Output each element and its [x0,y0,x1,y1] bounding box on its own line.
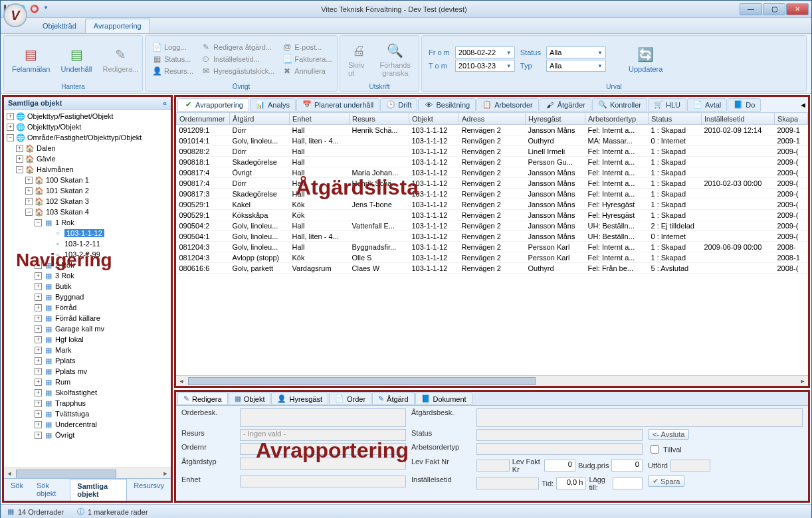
table-row[interactable]: 090817:4DörrHallHenrik Schä...103-1-1-12… [177,178,808,189]
view-tab-hlu[interactable]: 🛒HLU [648,98,686,112]
expand-icon[interactable]: + [35,304,42,311]
view-tab-planerat underhåll[interactable]: 📅Planerat underhåll [296,98,379,112]
tree-item[interactable]: +▦Tvättstuga [35,408,169,419]
dropdown-icon[interactable]: ▼ [43,5,49,13]
budgpris-input[interactable]: 0 [611,460,643,472]
detail-tab-redigera[interactable]: ✎Redigera [177,392,228,405]
view-tab-arbetsorder[interactable]: 📋Arbetsorder [476,98,538,112]
tree-item[interactable]: +▦Hgf lokal [35,334,169,345]
tree-item[interactable]: +▦Pplats mv [35,366,169,377]
status-select-detail[interactable] [476,429,643,441]
tree-item[interactable]: −▦1 Rok [35,217,169,228]
utford-input[interactable] [670,460,710,472]
grid-scrollbar[interactable]: ◄► [176,375,808,386]
expand-icon[interactable]: + [35,410,42,418]
tree-item[interactable]: +🌐Objekttyp/Fastighet/Objekt [7,111,169,122]
column-header[interactable]: Ordernummer [177,113,230,125]
tree-item[interactable]: +▦3 Rok [35,270,169,281]
table-row[interactable]: 080616:6Golv, parkettVardagsrumClaes W10… [177,263,808,274]
tree-item[interactable]: −🌐Område/Fastighet/Objekttyp/Objekt [7,132,169,143]
redigera-atgard-button[interactable]: ✎Redigera åtgärd... [199,42,277,52]
detail-tab-hyresgäst[interactable]: 👤Hyresgäst [271,392,328,405]
tabs-scroll-left[interactable]: ◄ [799,101,807,109]
column-header[interactable]: Inställelsetid [702,113,775,125]
view-tab-avtal[interactable]: 📄Avtal [687,98,727,112]
menu-tab-objektträd[interactable]: Objektträd [34,19,85,33]
expand-icon[interactable]: + [35,379,42,386]
table-row[interactable]: 090817:4ÖvrigtHallMaria Johan...103-1-1-… [177,167,808,178]
tree-item[interactable]: −🏠103 Skatan 4 [25,207,169,217]
object-tree[interactable]: +🌐Objekttyp/Fastighet/Objekt+🌐Objekttyp/… [4,110,171,468]
table-row[interactable]: 090818:1SkadegörelseHall103-1-1-12Renväg… [177,157,808,167]
installsetid-button[interactable]: ⏲Inställelsetid... [199,54,277,64]
collapse-icon[interactable]: − [25,209,33,216]
column-header[interactable]: Resurs [350,113,409,125]
tree-item[interactable]: +▦Garage kall mv [35,323,169,334]
tree-item[interactable]: +▦Byggnad [35,292,169,302]
tree-scrollbar[interactable]: ◄► [4,468,171,478]
expand-icon[interactable]: + [35,368,42,375]
expand-icon[interactable]: + [25,187,33,195]
underhall-button[interactable]: ▤Underhåll [56,44,96,74]
view-tab-do[interactable]: 📘Do [728,98,761,112]
tree-item[interactable]: +🏠102 Skatan 3 [25,196,169,207]
nav-tab[interactable]: Sök [4,479,30,501]
table-row[interactable]: 090529:1KakelKökJens T-bone103-1-1-12Ren… [177,199,808,210]
tillval-checkbox[interactable]: Tillval [648,443,803,456]
table-row[interactable]: 091209:1DörrHallHenrik Schä...103-1-1-12… [177,125,808,135]
expand-icon[interactable]: + [35,325,42,333]
tree-item[interactable]: +🏠101 Skatan 2 [25,185,169,196]
status-button[interactable]: ▦Status... [150,54,196,64]
arbetsordertyp-input[interactable] [476,443,643,455]
table-row[interactable]: 091014:1Golv, linoleu...Hall, liten - 4.… [177,135,808,146]
column-header[interactable]: Hyresgäst [526,113,585,125]
close-button[interactable]: ✕ [786,3,809,15]
expand-icon[interactable]: + [35,315,42,322]
expand-icon[interactable]: + [35,272,42,280]
expand-icon[interactable]: + [35,421,42,428]
logg-button[interactable]: 📄Logg... [150,42,196,52]
tree-item[interactable]: +▦Skolfastighet [35,387,169,398]
avsluta-button[interactable]: <- Avsluta [648,429,689,440]
atgardsbesk-input[interactable] [476,408,803,427]
nav-tab[interactable]: Samtliga objekt [70,479,127,501]
levfaktnr-input[interactable] [476,460,510,472]
expand-icon[interactable]: + [25,177,33,184]
expand-icon[interactable]: + [35,389,42,396]
column-header[interactable]: Åtgärd [230,113,290,125]
column-header[interactable]: Status [649,113,702,125]
expand-icon[interactable]: + [35,294,42,301]
expand-icon[interactable]: + [35,400,42,407]
app-logo[interactable]: V [3,3,27,27]
collapse-icon[interactable]: « [163,99,167,107]
tree-item[interactable]: ▫103-1-1-12 [44,228,169,238]
typ-select[interactable]: Alla▼ [546,60,606,72]
expand-icon[interactable]: + [35,432,42,439]
felanmalan-button[interactable]: ▤Felanmälan [8,44,54,74]
tree-item[interactable]: +🌐Objekttyp/Objekt [7,122,169,132]
detail-tab-objekt[interactable]: ▦Objekt [229,392,271,405]
fakturera-button[interactable]: 📃Fakturera... [280,54,334,64]
detail-tab-åtgärd[interactable]: ✎Åtgärd [372,392,414,405]
collapse-icon[interactable]: − [35,219,42,226]
table-row[interactable]: 090529:1KöksskåpaKök103-1-1-12Renvägen 2… [177,210,808,220]
column-header[interactable]: Objekt [409,113,459,125]
tree-item[interactable]: +▦Trapphus [35,398,169,408]
nav-tab[interactable]: Resursvy [127,479,171,501]
view-tab-besiktning[interactable]: 👁Besiktning [418,98,476,112]
resurs-button[interactable]: 👤Resurs... [150,66,196,76]
detail-tab-order[interactable]: 📄Order [329,392,371,405]
tree-item[interactable]: −🏠Halvmånen [16,164,169,175]
expand-icon[interactable]: + [7,113,14,120]
minimize-button[interactable]: — [740,3,762,15]
expand-icon[interactable]: + [35,347,42,354]
ordernr-input[interactable] [240,443,406,455]
collapse-icon[interactable]: − [7,134,14,141]
expand-icon[interactable]: + [16,155,23,163]
atgardstyp-input[interactable] [240,458,406,470]
levfaktkr-input[interactable]: 0 [544,460,575,472]
table-row[interactable]: 090504:2Golv, linoleu...HallVattenfall E… [177,220,808,231]
table-row[interactable]: 090504:1Golv, linoleu...Hall, liten - 4.… [177,231,808,242]
tree-item[interactable]: ▫103-1-2-11 [44,238,169,249]
column-header[interactable]: Enhet [290,113,350,125]
